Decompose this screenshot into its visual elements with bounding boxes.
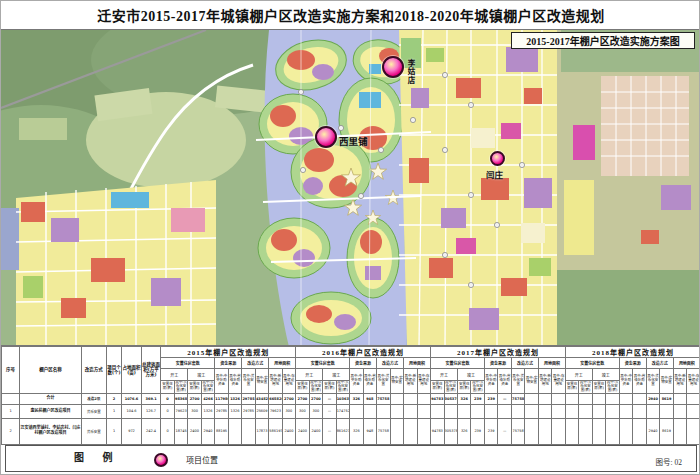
table-header-cell: 其中:实物安置	[525, 369, 538, 394]
project-marker-yanzhuang	[490, 151, 505, 166]
table-cell	[633, 393, 646, 404]
table-cell: 0	[161, 404, 174, 418]
table-cell	[646, 404, 659, 418]
table-cell: 2700	[188, 393, 201, 404]
table-header-cell: 改造方式	[377, 358, 404, 369]
table-header-cell: 竣工	[592, 369, 619, 381]
table-cell: 货币安置	[81, 418, 106, 444]
table-header-cell: 安置住房套数	[296, 358, 350, 369]
table-cell	[687, 393, 700, 404]
table-cell: 94783	[431, 418, 444, 444]
table-cell	[592, 404, 605, 418]
table-header-cell: 其中:中央补助资金	[619, 369, 632, 394]
table-cell: 0	[161, 418, 174, 444]
table-cell: 861627	[336, 418, 349, 444]
table-cell	[538, 393, 551, 404]
table-row: 2迁安镇西里铺村、李姑店村、闫庄村棚户区改造项目货币安置1972242.4018…	[2, 418, 700, 444]
table-cell: 1326	[201, 404, 214, 418]
table-cell	[565, 404, 578, 418]
table-cell	[592, 418, 605, 444]
table-cell: 2	[106, 393, 121, 404]
legend-bar: 图 例 项目位置 图号: 02	[5, 445, 697, 472]
table-cell: 2700	[296, 393, 309, 404]
island	[258, 218, 330, 278]
table-cell	[471, 404, 484, 418]
table-header-cell: 2018年棚户区改造规划	[565, 347, 700, 358]
table-cell: 29785	[242, 393, 255, 404]
table-cell: 8619	[660, 393, 673, 404]
table-header-cell: 棚户区名称	[20, 347, 82, 394]
table-cell: 75758	[377, 393, 390, 404]
table-cell	[606, 418, 619, 444]
table-cell: 合计	[20, 393, 82, 404]
table-header-cell: 2015年棚户区改造规划	[161, 347, 296, 358]
table-cell: 239	[484, 393, 497, 404]
table-cell: 117980	[215, 393, 228, 404]
table-cell	[498, 404, 511, 418]
table-cell: 326	[458, 393, 471, 404]
table-cell	[633, 404, 646, 418]
table-header-cell: 其中:实物安置	[390, 369, 403, 394]
west-urban-grid	[1, 180, 216, 346]
table-header-cell: 其中:货币化安置	[377, 369, 390, 394]
table-cell	[350, 404, 363, 418]
table-cell: —	[323, 418, 336, 444]
table-cell	[606, 393, 619, 404]
table-header-cell: 用地面积	[269, 358, 296, 369]
table-header-cell: 其中:存量建设用地	[282, 369, 295, 394]
table-header-cell: 其中:货币化安置(套)	[174, 381, 187, 394]
table-total-row: 合计改造2项21076.6369.10983682700426611798013…	[2, 393, 700, 404]
table-cell: 326	[350, 418, 363, 444]
table-row: 1惠民苑棚户区改造项目货币安置1104.6126.707962330013262…	[2, 404, 700, 418]
table-header-cell: 安置住房(套)	[592, 381, 605, 394]
table-cell	[417, 393, 430, 404]
table-cell	[552, 418, 565, 444]
table-cell: 94783	[431, 393, 444, 404]
table-cell: 2400	[296, 418, 309, 444]
table-header-cell: 资金来源	[619, 358, 646, 369]
table-header-cell: 开工	[431, 369, 458, 381]
table-cell: 1036379	[336, 393, 349, 404]
table-header-cell: 其中:货币化安置	[242, 369, 255, 394]
table-cell	[390, 404, 403, 418]
table-cell	[673, 393, 686, 404]
east-rural-strip	[557, 30, 700, 346]
title-bar: 迁安市2015-2017年城镇棚户区改造实施方案和2018-2020年城镇棚户区…	[1, 1, 700, 29]
table-cell	[390, 418, 403, 444]
table-header-cell: 安置住房(套)	[296, 381, 309, 394]
table-cell	[525, 404, 538, 418]
table-cell: 242.4	[141, 418, 161, 444]
plan-table: 序号棚户区名称改造方式项目个数(个)占地面积(亩)总建筑面积(万平方米)2015…	[1, 346, 700, 445]
table-header-cell: 其中:货币化安置(套)	[579, 381, 592, 394]
table-cell	[687, 404, 700, 418]
table-cell	[619, 393, 632, 404]
table-cell	[538, 418, 551, 444]
table-cell: 948	[363, 418, 376, 444]
table-cell	[687, 418, 700, 444]
table-header-cell: 其中:货币化安置	[646, 369, 659, 394]
table-header-cell: 其中:存量建设用地	[687, 369, 700, 394]
table-header-cell: 其中:省级补助资金	[498, 369, 511, 394]
table-cell: 300	[282, 404, 295, 418]
table-header-cell: 安置住房套数	[431, 358, 485, 369]
project-marker-xilipu	[315, 126, 337, 148]
project-location-icon	[154, 453, 168, 467]
table-cell: 2700	[282, 393, 295, 404]
table-cell	[579, 393, 592, 404]
table-header-cell: 其中:货币化安置	[511, 369, 524, 394]
table-cell: 43482	[255, 393, 268, 404]
table-cell: 239	[471, 418, 484, 444]
table-cell: —	[323, 404, 336, 418]
table-cell: 586197	[269, 418, 282, 444]
table-cell: 305378	[444, 418, 457, 444]
table-header-cell: 其中:省级补助资金	[363, 369, 376, 394]
table-cell: 1326	[228, 393, 241, 404]
table-header-cell: 其中:省级补助资金	[633, 369, 646, 394]
table-cell	[673, 404, 686, 418]
table-header-cell: 改造方式	[646, 358, 673, 369]
table-cell	[404, 418, 417, 444]
table-cell	[633, 418, 646, 444]
table-cell: 2	[2, 418, 20, 444]
table-cell	[660, 404, 673, 418]
table-cell: 1	[106, 404, 121, 418]
